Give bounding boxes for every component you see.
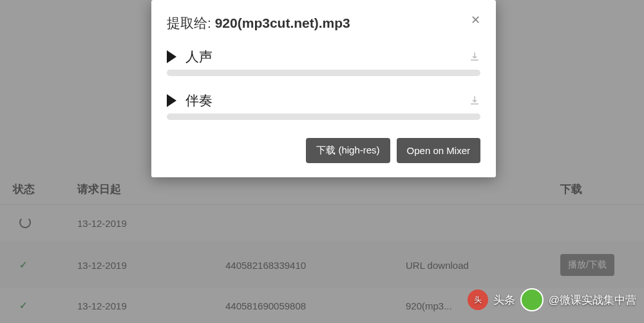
close-button[interactable]: ✕ [471,14,480,26]
track-progress-bar[interactable] [167,113,480,120]
play-icon[interactable] [167,50,176,63]
download-icon[interactable] [469,51,480,63]
track-label: 伴奏 [185,92,213,110]
watermark-badge-icon: 头 [468,289,488,310]
watermark-label: 头条 [493,293,515,308]
play-icon[interactable] [167,94,176,107]
track-vocals: 人声 [151,44,496,76]
download-hires-button[interactable]: 下载 (high-res) [306,138,390,163]
download-icon[interactable] [469,95,480,106]
modal-title: 提取给: 920(mp3cut.net).mp3 [167,14,350,32]
close-icon: ✕ [471,14,480,26]
watermark-account: @微课实战集中营 [549,293,636,308]
open-on-mixer-button[interactable]: Open on Mixer [397,138,480,163]
modal-filename: 920(mp3cut.net).mp3 [215,15,350,30]
wechat-icon [520,288,544,311]
watermark: 头 头条 @微课实战集中营 [468,288,636,311]
extract-modal: 提取给: 920(mp3cut.net).mp3 ✕ 人声 伴奏 [151,0,496,177]
track-progress-bar[interactable] [167,70,480,76]
track-accompaniment: 伴奏 [151,88,496,120]
track-label: 人声 [185,48,213,66]
modal-title-prefix: 提取给: [167,15,215,30]
